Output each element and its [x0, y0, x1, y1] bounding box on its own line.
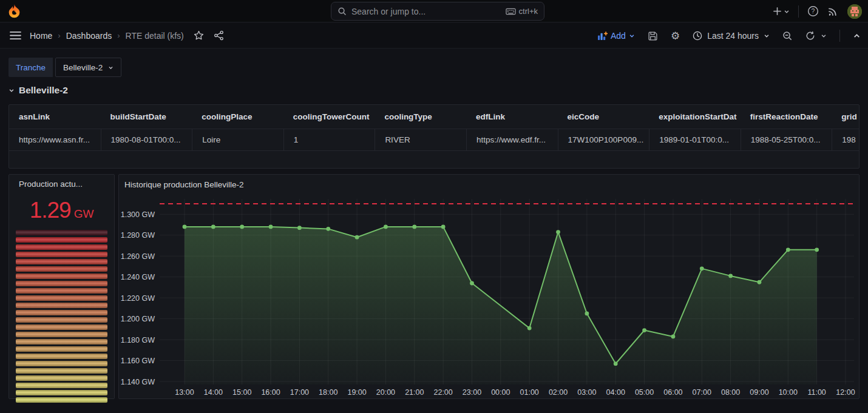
data-point — [211, 225, 215, 229]
table-column-header[interactable]: firstReactionDate — [741, 112, 832, 121]
search-shortcut: ctrl+k — [519, 7, 538, 16]
y-axis-tick-label: 1.140 GW — [121, 378, 155, 386]
variable-tranche: Tranche Belleville-2 — [8, 58, 121, 77]
clock-icon — [693, 31, 702, 41]
search-input[interactable]: Search or jump to... ctrl+k — [331, 2, 544, 21]
table-column-header[interactable]: asnLink — [9, 112, 101, 121]
save-dashboard-icon[interactable] — [648, 31, 658, 41]
table-cell: 1988-05-25T00:0... — [741, 129, 832, 150]
y-axis-tick-label: 1.300 GW — [121, 210, 155, 219]
x-axis-tick-label: 14:00 — [204, 388, 223, 397]
breadcrumb-current: RTE detail (kfs) — [126, 31, 184, 41]
data-point — [441, 225, 446, 229]
gauge-cell-unlit — [16, 230, 107, 235]
breadcrumb-home[interactable]: Home — [30, 31, 52, 41]
chevron-down-icon — [108, 65, 114, 70]
gauge-cell — [16, 266, 107, 272]
data-table: asnLinkbuildStartDatecoolingPlacecooling… — [9, 105, 860, 151]
row-title: Belleville-2 — [19, 85, 68, 96]
share-icon[interactable] — [214, 30, 224, 41]
dashboard-settings-icon[interactable]: ⚙ — [671, 31, 680, 41]
x-axis-tick-label: 09:00 — [750, 388, 768, 397]
data-point — [758, 280, 762, 284]
x-axis-tick-label: 08:00 — [721, 388, 740, 397]
data-point — [384, 225, 388, 229]
add-panel-button[interactable]: Add — [597, 31, 635, 41]
top-nav-bar: Search or jump to... ctrl+k ? — [0, 0, 868, 22]
x-axis-tick-label: 16:00 — [261, 388, 280, 397]
table-column-header[interactable]: grid — [832, 112, 860, 121]
data-point — [297, 226, 302, 230]
favorite-star-icon[interactable] — [194, 30, 204, 41]
table-cell: https://www.asn.fr... — [9, 129, 101, 150]
topbar-divider — [798, 5, 799, 18]
breadcrumb: Home › Dashboards › RTE detail (kfs) — [30, 31, 184, 41]
data-point — [642, 328, 646, 332]
gauge-cell — [16, 244, 107, 250]
chevron-down-icon — [764, 33, 770, 39]
table-row-divider — [9, 150, 860, 151]
data-point — [269, 225, 273, 229]
x-axis-tick-label: 18:00 — [319, 388, 337, 397]
help-icon[interactable]: ? — [807, 5, 819, 17]
x-axis-tick-label: 19:00 — [347, 388, 366, 397]
data-point — [815, 247, 819, 252]
refresh-button[interactable] — [805, 31, 827, 41]
table-column-header[interactable]: edfLink — [466, 112, 558, 121]
table-column-header[interactable]: eicCode — [558, 112, 649, 121]
search-icon — [337, 7, 347, 16]
table-column-header[interactable]: exploitationStartDat — [649, 112, 741, 121]
x-axis-tick-label: 23:00 — [463, 388, 481, 397]
x-axis-tick-label: 03:00 — [577, 388, 596, 397]
table-cell: 17W100P100P009... — [558, 129, 649, 150]
refresh-icon — [805, 31, 815, 41]
chevron-down-icon — [8, 87, 15, 93]
gauge-cell — [16, 339, 107, 344]
y-axis-tick-label: 1.220 GW — [121, 294, 155, 303]
x-axis-tick-label: 05:00 — [635, 388, 654, 397]
menu-icon[interactable] — [10, 31, 21, 40]
user-avatar[interactable] — [847, 4, 862, 19]
time-range-picker[interactable]: Last 24 hours — [693, 31, 770, 41]
y-axis-tick-label: 1.280 GW — [121, 231, 155, 240]
variable-value-dropdown[interactable]: Belleville-2 — [55, 58, 121, 77]
variable-value: Belleville-2 — [63, 63, 103, 72]
gear-icon: ⚙ — [671, 31, 680, 41]
data-point — [614, 361, 618, 366]
x-axis-tick-label: 01:00 — [520, 388, 539, 397]
gauge-cell — [16, 252, 107, 257]
table-cell: https://www.edf.fr... — [466, 129, 558, 150]
table-column-header[interactable]: coolingPlace — [192, 112, 283, 121]
y-axis-tick-label: 1.240 GW — [121, 273, 155, 281]
table-column-header[interactable]: coolingType — [375, 112, 466, 121]
x-axis-tick-label: 13:00 — [175, 388, 194, 397]
new-button[interactable] — [773, 7, 790, 16]
data-point — [412, 225, 416, 229]
data-point — [700, 266, 704, 270]
data-point — [585, 312, 589, 316]
news-icon[interactable] — [827, 5, 839, 17]
table-cell: 198 — [832, 129, 860, 150]
gauge-cell — [16, 281, 107, 286]
x-axis-tick-label: 11:00 — [807, 388, 826, 397]
time-range-label: Last 24 hours — [707, 31, 759, 41]
keyboard-icon — [506, 8, 516, 15]
row-header[interactable]: Belleville-2 — [8, 85, 68, 96]
gauge-cell — [16, 354, 107, 359]
gauge-cell — [16, 317, 107, 323]
data-point — [728, 274, 733, 278]
table-header-row: asnLinkbuildStartDatecoolingPlacecooling… — [9, 105, 860, 129]
search-placeholder: Search or jump to... — [351, 7, 506, 16]
grafana-logo[interactable] — [0, 3, 28, 19]
kiosk-collapse-icon[interactable] — [853, 32, 861, 40]
table-column-header[interactable]: buildStartDate — [101, 112, 192, 121]
y-axis-tick-label: 1.160 GW — [121, 357, 155, 365]
gauge-value: 1.29GW — [16, 198, 107, 223]
gauge-cell — [16, 259, 107, 264]
table-column-header[interactable]: coolingTowerCount — [283, 112, 375, 121]
zoom-out-icon[interactable] — [782, 31, 793, 41]
breadcrumb-dashboards[interactable]: Dashboards — [66, 31, 112, 41]
table-panel: asnLinkbuildStartDatecoolingPlacecooling… — [8, 104, 860, 169]
gauge-panel-title[interactable]: Production actu... — [16, 180, 107, 189]
table-cell: RIVER — [375, 129, 466, 150]
